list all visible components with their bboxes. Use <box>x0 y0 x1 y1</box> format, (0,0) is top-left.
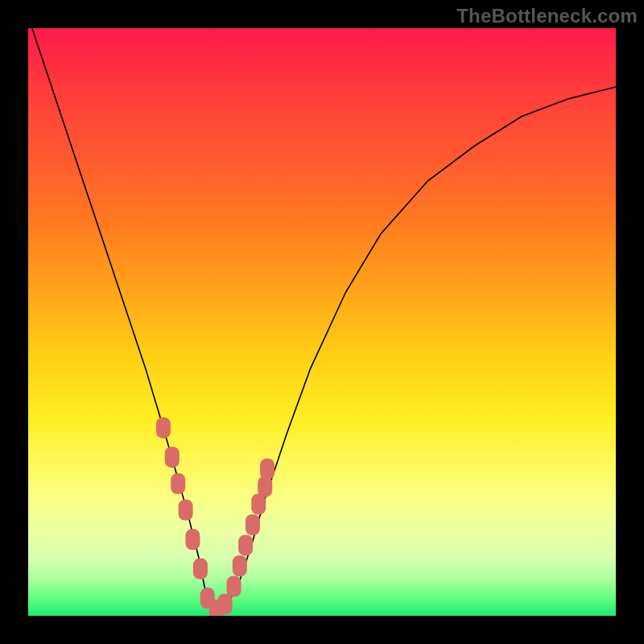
marker-point <box>179 500 193 521</box>
marker-point <box>156 417 171 438</box>
marker-point <box>258 476 272 497</box>
marker-point <box>165 447 180 468</box>
chart-container: TheBottleneck.com <box>0 0 644 644</box>
marker-point <box>171 473 185 494</box>
marker-point <box>260 459 275 480</box>
marker-point <box>218 593 233 614</box>
marker-point <box>238 535 253 555</box>
marker-group <box>156 417 275 616</box>
branding-text: TheBottleneck.com <box>456 5 638 27</box>
marker-point <box>193 559 208 580</box>
marker-point <box>233 555 247 576</box>
marker-point <box>246 514 260 535</box>
chart-svg <box>28 28 616 616</box>
marker-point <box>185 529 200 550</box>
plot-area <box>28 28 616 616</box>
curve-path <box>28 28 616 610</box>
marker-point <box>227 576 242 597</box>
